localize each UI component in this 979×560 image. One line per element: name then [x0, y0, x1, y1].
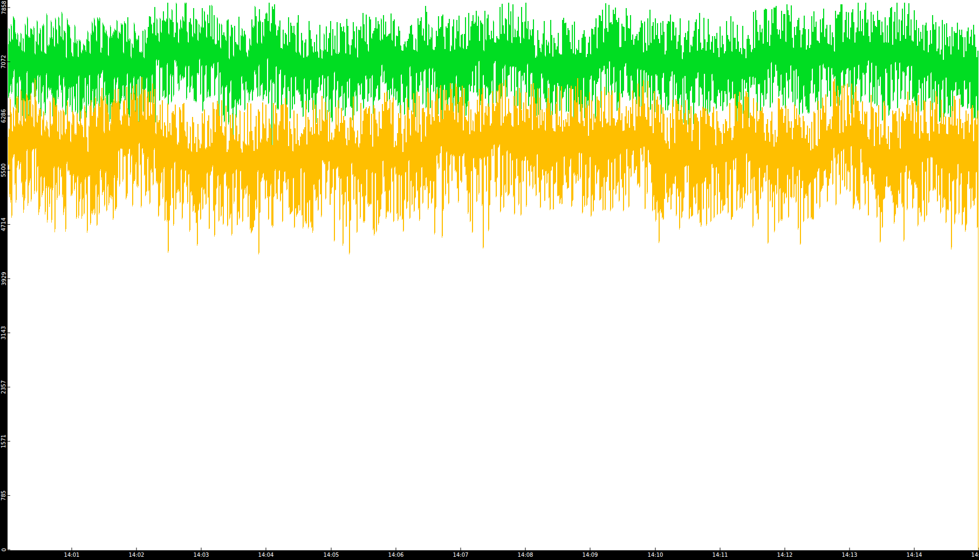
- y-tick: [8, 116, 10, 116]
- y-tick-label: 0: [1, 548, 7, 551]
- y-tick: [8, 279, 10, 279]
- x-tick-label: 14:04: [258, 552, 274, 558]
- x-tick-label: 14:12: [777, 552, 793, 558]
- y-tick: [8, 170, 10, 170]
- x-tick-label: 14:08: [518, 552, 533, 558]
- y-tick: [8, 550, 10, 550]
- x-tick: [396, 548, 396, 550]
- x-tick: [72, 548, 72, 550]
- y-tick-label: 6286: [1, 109, 7, 122]
- x-tick: [266, 548, 266, 550]
- y-tick-label: 3143: [1, 326, 7, 340]
- series-amber: [8, 77, 978, 550]
- x-tick-label: 14:10: [648, 552, 663, 558]
- y-tick: [8, 387, 10, 388]
- y-tick: [8, 8, 10, 8]
- chart-canvas: 0785157123573143392947145500628670727858…: [0, 0, 979, 560]
- y-tick-label: 4714: [1, 218, 7, 231]
- x-tick-label: 14:13: [842, 552, 858, 558]
- y-tick-label: 3929: [1, 272, 7, 285]
- x-tick: [201, 548, 202, 550]
- y-tick: [8, 61, 10, 62]
- y-tick: [8, 441, 10, 441]
- x-tick-label: 14:07: [453, 552, 469, 558]
- x-tick-label: 14:03: [194, 552, 209, 558]
- x-tick: [914, 548, 915, 550]
- y-tick-label: 1571: [1, 434, 7, 448]
- y-tick-label: 2357: [1, 380, 7, 393]
- x-tick-label: 14:06: [388, 552, 404, 558]
- series-green: [8, 3, 978, 550]
- y-tick: [8, 495, 10, 496]
- y-tick-label: 785: [1, 490, 7, 501]
- x-tick: [850, 548, 850, 550]
- x-tick-label: 14:01: [64, 552, 80, 558]
- x-tick-label: 14:14: [907, 552, 922, 558]
- x-tick: [136, 548, 137, 550]
- x-tick-label: 14:02: [129, 552, 145, 558]
- y-tick-label: 5500: [1, 163, 7, 177]
- x-tick-label: 14:15: [971, 552, 979, 558]
- series-lines: [8, 3, 978, 550]
- x-tick: [525, 548, 526, 550]
- y-tick: [8, 224, 10, 225]
- x-tick: [785, 548, 785, 550]
- x-tick: [720, 548, 721, 550]
- x-tick: [655, 548, 656, 550]
- x-tick: [461, 548, 461, 550]
- y-tick-label: 7858: [1, 1, 7, 14]
- x-tick-label: 14:09: [583, 552, 598, 558]
- x-tick-label: 14:11: [713, 552, 728, 558]
- x-tick-label: 14:05: [324, 552, 339, 558]
- traffic-graph-window: 0785157123573143392947145500628670727858…: [0, 0, 979, 560]
- x-tick: [590, 548, 591, 550]
- x-tick: [331, 548, 332, 550]
- y-tick: [8, 333, 10, 333]
- y-tick-label: 7072: [1, 55, 7, 68]
- x-axis-strip: [0, 550, 979, 560]
